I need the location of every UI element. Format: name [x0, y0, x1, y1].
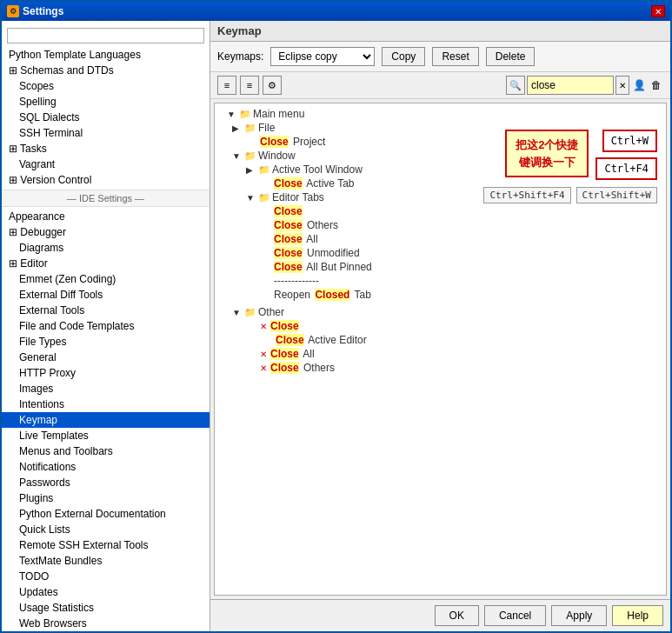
sidebar-item[interactable]: Python External Documentation: [2, 506, 210, 522]
editor-tabs-label: Editor Tabs: [272, 191, 324, 203]
sidebar-item[interactable]: Appearance: [2, 209, 210, 224]
close-active-tab-close: Close: [274, 177, 303, 190]
tree-panel: ▼ 📁 Main menu ▶ 📁 File Close Project: [214, 103, 667, 596]
window-icon: ⚙: [7, 5, 19, 17]
sidebar-item[interactable]: Python Template Languages: [2, 47, 210, 63]
sidebar-section: — IDE Settings —: [2, 190, 210, 207]
sidebar-item[interactable]: ⊞ Debugger: [2, 224, 210, 240]
active-tool-window-icon: 📁: [258, 164, 270, 176]
sidebar-item[interactable]: ⊞ Schemas and DTDs: [2, 63, 210, 78]
main-menu-toggle[interactable]: ▼: [227, 110, 237, 119]
sidebar-item[interactable]: Diagrams: [2, 240, 210, 256]
sidebar-item[interactable]: Spelling: [2, 94, 210, 110]
title-bar: ⚙ Settings ✕: [2, 2, 670, 21]
sidebar-item[interactable]: Updates: [2, 584, 210, 600]
action-toolbar: ≡ ≡ ⚙ 🔍 ✕ 👤 🗑: [210, 72, 670, 99]
separator-label: -------------: [274, 275, 319, 287]
tree-node-other-close: ✕ Close: [218, 319, 662, 333]
settings-button[interactable]: ⚙: [263, 76, 282, 95]
sidebar-item[interactable]: Remote SSH External Tools: [2, 537, 210, 553]
sidebar-item[interactable]: TextMate Bundles: [2, 553, 210, 569]
sidebar-item[interactable]: Keymap: [2, 412, 210, 428]
cancel-button[interactable]: Cancel: [484, 605, 546, 626]
window-toggle[interactable]: ▼: [232, 151, 243, 161]
sidebar-item[interactable]: File and Code Templates: [2, 318, 210, 334]
shortcut1-box: Ctrl+W: [602, 130, 657, 152]
close-all-close: Close: [274, 233, 303, 245]
sidebar-item[interactable]: SSH Terminal: [2, 125, 210, 141]
panel-title: Keymap: [210, 21, 670, 42]
tree-node-close-active-editor: Close Active Editor: [218, 333, 662, 347]
sidebar-item[interactable]: Emmet (Zen Coding): [2, 271, 210, 287]
user-icon[interactable]: 👤: [631, 77, 648, 93]
settings-window: ⚙ Settings ✕ Python Template Languages⊞ …: [0, 0, 672, 633]
sidebar-item[interactable]: Vagrant: [2, 157, 210, 172]
shortcut4-label: Ctrl+Shift+W: [576, 187, 657, 203]
sidebar-item[interactable]: Plugins: [2, 490, 210, 506]
main-menu-label: Main menu: [253, 108, 304, 120]
tree-node-close-all: Close All: [218, 232, 662, 246]
sidebar-item[interactable]: Passwords: [2, 475, 210, 490]
reset-button[interactable]: Reset: [432, 47, 478, 66]
sidebar-item[interactable]: Menus and Toolbars: [2, 443, 210, 459]
bottom-bar: OK Cancel Apply Help: [210, 599, 670, 631]
active-tool-window-toggle[interactable]: ▶: [246, 165, 256, 175]
other-toggle[interactable]: ▼: [232, 308, 243, 317]
sidebar-item[interactable]: Images: [2, 381, 210, 396]
editor-tabs-toggle[interactable]: ▼: [246, 193, 256, 203]
close-button[interactable]: ✕: [651, 5, 665, 17]
search-input[interactable]: [527, 76, 614, 95]
annotation-overlay: 把这2个快捷 键调换一下 Ctrl+W Ctrl+F4 Ctrl+Shift+F…: [483, 130, 657, 203]
sidebar-item[interactable]: File Types: [2, 334, 210, 350]
ok-button[interactable]: OK: [435, 605, 479, 626]
delete-icon[interactable]: 🗑: [649, 77, 663, 93]
other-close-all-close: Close: [270, 348, 299, 360]
sidebar-item[interactable]: SQL Dialects: [2, 110, 210, 125]
other-folder-icon: 📁: [244, 307, 256, 318]
sidebar-item[interactable]: Scopes: [2, 78, 210, 94]
sidebar-item[interactable]: Web Browsers: [2, 616, 210, 631]
sidebar-item[interactable]: Intentions: [2, 396, 210, 412]
sidebar-search-input[interactable]: [7, 28, 204, 43]
sidebar-item[interactable]: General: [2, 350, 210, 365]
sidebar-item[interactable]: HTTP Proxy: [2, 365, 210, 381]
close-unmodified-rest: Unmodified: [304, 247, 360, 259]
help-button[interactable]: Help: [612, 605, 663, 626]
keymaps-label: Keymaps:: [217, 50, 263, 63]
other-close-label: Close: [270, 320, 299, 332]
window-folder-icon: 📁: [244, 150, 256, 162]
sidebar-item[interactable]: ⊞ Editor: [2, 256, 210, 271]
tree-node-main-menu: ▼ 📁 Main menu: [218, 107, 662, 121]
sidebar-item[interactable]: Notifications: [2, 459, 210, 475]
keymap-toolbar: Keymaps: Eclipse copy Copy Reset Delete: [210, 42, 670, 72]
search-icon: 🔍: [506, 76, 525, 95]
expand-all-button[interactable]: ≡: [217, 76, 236, 95]
tree-node-close: Close: [218, 204, 662, 218]
other-close-others-rest: Others: [301, 362, 335, 374]
sidebar-item[interactable]: TODO: [2, 569, 210, 584]
sidebar-item[interactable]: Live Templates: [2, 428, 210, 443]
file-toggle[interactable]: ▶: [232, 123, 243, 133]
collapse-all-button[interactable]: ≡: [240, 76, 259, 95]
tree-node-close-others: Close Others: [218, 218, 662, 232]
clear-search-button[interactable]: ✕: [615, 76, 629, 95]
close-others-rest: Others: [304, 219, 338, 231]
sidebar-item[interactable]: External Diff Tools: [2, 287, 210, 303]
apply-button[interactable]: Apply: [551, 605, 607, 626]
tree-node-close-all-but-pinned: Close All But Pinned: [218, 260, 662, 274]
reopen-rest: Reopen: [274, 289, 313, 301]
sidebar-item[interactable]: Quick Lists: [2, 522, 210, 537]
sidebar-item[interactable]: Usage Statistics: [2, 600, 210, 616]
other-close-others-x: ✕: [260, 363, 267, 373]
annotation-text: 把这2个快捷 键调换一下: [505, 130, 589, 177]
close-active-editor-close: Close: [276, 334, 304, 346]
other-close-all-x: ✕: [260, 350, 267, 359]
sidebar-item[interactable]: External Tools: [2, 303, 210, 318]
keymap-select[interactable]: Eclipse copy: [270, 47, 375, 66]
copy-button[interactable]: Copy: [382, 47, 425, 66]
reopen-closed: Closed: [315, 289, 349, 301]
delete-button[interactable]: Delete: [486, 47, 536, 66]
sidebar-item[interactable]: ⊞ Tasks: [2, 141, 210, 157]
sidebar-item[interactable]: ⊞ Version Control: [2, 172, 210, 188]
main-menu-folder-icon: 📁: [239, 109, 251, 120]
